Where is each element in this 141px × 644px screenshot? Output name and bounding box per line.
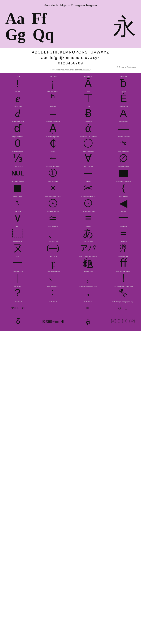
glyph-label: CJK Ext A bbox=[120, 240, 127, 242]
glyph-label: CJK Compat Ideographic Sup bbox=[112, 301, 133, 303]
glyph-char: (—) bbox=[46, 243, 59, 253]
preview-chars: Aa Ff Gg Qq 永 bbox=[5, 11, 136, 42]
glyph-cell-bottom-3: ạ bbox=[70, 314, 105, 328]
preview-char-aa: Aa bbox=[5, 11, 25, 27]
glyph-char bbox=[14, 183, 21, 194]
glyph-cell-box-drawing: Box Drawing ─ bbox=[70, 165, 106, 180]
glyph-cell-sup-math-operators: Sup Math Operators bbox=[70, 195, 106, 210]
glyph-cell-eic: EIC bbox=[0, 225, 35, 240]
glyph-cell-bottom-1: δ bbox=[1, 314, 36, 328]
glyph-label: CJK Ext C bbox=[49, 301, 57, 303]
glyph-cell-enclosed-cjk: Enclosed CJK (—) bbox=[35, 240, 70, 255]
glyph-label: Geometric Shapes bbox=[11, 180, 24, 182]
glyph-cell-cjk-ext-b: CJK Ext B 𠀋𠀍𠀏𠁻𠂇𠂉𠂢𠃎 bbox=[1, 300, 36, 314]
glyph-char: 🈀 bbox=[120, 288, 127, 298]
glyph-label: Enclosed CJK bbox=[48, 240, 58, 242]
glyph-char: ! bbox=[16, 78, 19, 88]
glyph-cell-latin1sup: Latin-1 Sup ¡ bbox=[35, 75, 70, 90]
glyph-char: ⼀ bbox=[118, 213, 129, 223]
glyph-cell-vertical-forms: Vertical Forms ︱ bbox=[0, 270, 35, 285]
glyph-label: CJK Ext B bbox=[14, 301, 22, 303]
glyph-char: 、 bbox=[48, 228, 58, 238]
glyph-char: ↑ bbox=[13, 197, 22, 209]
glyph-char: ɗ bbox=[14, 123, 21, 134]
glyph-cell-latin-ext-add: Latin Ext Additional Ạ bbox=[35, 120, 70, 135]
glyph-char: ₵ bbox=[49, 138, 56, 148]
glyph-char: ƀ bbox=[120, 78, 127, 88]
glyph-char: ꝼ bbox=[51, 258, 55, 268]
glyph-cell-greek-ext: Greek Ext ά bbox=[70, 120, 106, 135]
glyph-cell-sup-punctuation: Sup Punctuation ≃ bbox=[35, 210, 70, 225]
glyph-cell-currency: Currency Symbols ₵ bbox=[35, 135, 70, 150]
glyph-cell-phonetic: Phonetic Ext A bbox=[106, 105, 141, 120]
glyph-char: ─ bbox=[84, 168, 92, 178]
glyph-char: ﬀ bbox=[120, 258, 127, 268]
glyph-cell-latin-ext-b: Latin Ext B ƀ bbox=[106, 75, 141, 90]
glyph-char: A bbox=[120, 108, 127, 119]
preview-row-2: Gg Qq bbox=[5, 27, 54, 42]
glyph-cell-small-forms: Small Forms ﹐ bbox=[70, 270, 106, 285]
glyph-cell-dingbats: Dingbats ✂ bbox=[70, 180, 106, 195]
glyph-cell-phonetic-sup: Phonetic Ext Sup ɗ bbox=[0, 120, 35, 135]
glyph-cell-hebrew: Hebrew – bbox=[35, 105, 70, 120]
glyph-char: Ạ bbox=[49, 123, 57, 134]
glyph-char: 《》〈〉 bbox=[117, 303, 129, 313]
glyph-label: EIC bbox=[16, 226, 19, 228]
glyph-char: 𠀋𠀍𠀏𠁻𠂇𠂉𠂢𠃎 bbox=[11, 303, 25, 313]
glyph-cell-letterlike: Letterlike Symbols ª/c bbox=[106, 135, 141, 150]
glyph-cell-cjk-ext-a: CJK Ext A 㢡 bbox=[106, 240, 141, 255]
glyph-char: ≡ bbox=[85, 213, 91, 223]
glyph-char: ﹐ bbox=[83, 273, 93, 283]
glyph-label: Misc Math Symbols B bbox=[45, 196, 61, 198]
glyph-cell-half-full-forms: Half And Full Forms ！ bbox=[106, 270, 141, 285]
glyph-label: Diacriticals For Symbols bbox=[80, 136, 97, 138]
glyph-cell-latin-ext-c: Latin Ext C ∨ bbox=[0, 210, 35, 225]
glyph-label: Sup Arrows B bbox=[13, 196, 22, 198]
glyph-cell-hiragana: Hiragana あ bbox=[70, 225, 106, 240]
glyph-char: 𪜶𪝀𪝃𪞉 bbox=[51, 303, 55, 313]
glyph-char: Ƀ bbox=[85, 108, 92, 119]
glyph-char: 一 bbox=[12, 258, 23, 268]
glyph-cell-kango: Kango ⼀ bbox=[106, 210, 141, 225]
glyph-cell-arrows: Arrows ← bbox=[35, 150, 70, 165]
glyph-char: ✂ bbox=[84, 183, 93, 194]
glyph-char: アパ bbox=[80, 243, 96, 253]
glyph-char bbox=[12, 228, 23, 238]
glyph-cell-thai: Thai Ƀ bbox=[70, 105, 106, 120]
glyph-char bbox=[84, 138, 93, 148]
glyph-cell-sup-arrows-b: Sup Arrows B ↑ bbox=[0, 195, 35, 210]
glyph-char: — bbox=[118, 123, 129, 134]
glyph-label: CJK Compat bbox=[84, 240, 93, 242]
glyph-char: 龜 bbox=[83, 258, 93, 268]
glyph-char bbox=[84, 198, 92, 208]
glyph-char: 🉀🉁🉂《《🉃 bbox=[111, 316, 135, 327]
glyph-char: Ā bbox=[85, 78, 92, 88]
glyph-label: Enclosed Ideographic Sup bbox=[114, 286, 133, 288]
glyph-cell-alphabetic-pf: Alphabetic PF ﬀ bbox=[106, 255, 141, 270]
preview-latin: Aa Ff Gg Qq bbox=[5, 11, 102, 42]
preview-cjk: 永 bbox=[113, 15, 136, 38]
glyph-cell-cyrillic: Cyrillic È bbox=[106, 90, 141, 105]
glyph-char bbox=[119, 168, 128, 178]
glyph-char: ☀ bbox=[49, 183, 57, 194]
glyphs-section: ASCII ! Latin-1 Sup ¡ Latin Ext A Ā Lati… bbox=[0, 73, 141, 331]
glyph-cell-misc-math-b: Misc Math Symbols B bbox=[35, 195, 70, 210]
glyph-char: ∨ bbox=[14, 213, 21, 223]
glyph-cell-cjk: CJK 一 bbox=[0, 255, 35, 270]
glyph-char: 㢡 bbox=[120, 243, 127, 253]
glyph-char: d bbox=[15, 108, 20, 119]
glyph-char: δ bbox=[16, 316, 20, 327]
glyph-char: ? bbox=[15, 288, 20, 298]
glyph-cell-modifier: Modifier Letters ʰ bbox=[35, 90, 70, 105]
font-source: Font Source: http://www.fontke.com/font/… bbox=[3, 68, 138, 72]
glyph-label: Letterlike Symbols bbox=[117, 136, 130, 138]
glyph-cell-cyrillic-sup: Cyrillic Sup d bbox=[0, 105, 35, 120]
glyph-cell-latin-ext-d: Latin Ext D ꝼ bbox=[35, 255, 70, 270]
preview-char-ff: Ff bbox=[32, 11, 47, 27]
glyph-char: ≃ bbox=[48, 213, 57, 223]
glyph-cell-geometric: Geometric Shapes bbox=[0, 180, 35, 195]
glyph-cell-misc-symbols: Misc Symbols ☀ bbox=[35, 180, 70, 195]
glyph-char: ʰ bbox=[51, 93, 55, 104]
glyph-cell-cjk-radicals: CJK Radicals Sup ≡ bbox=[70, 210, 106, 225]
glyph-cell-cjk-compat: CJK Compat アパ bbox=[70, 240, 106, 255]
